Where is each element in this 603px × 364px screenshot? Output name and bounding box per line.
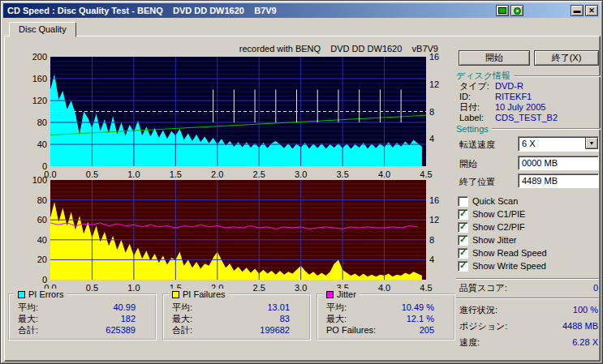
progress-row: 進行状況:100 % — [459, 305, 598, 315]
legend-row: 合計:625389 — [10, 324, 155, 336]
check-icon: ✓ — [459, 248, 467, 257]
check-icon: ✓ — [459, 209, 467, 218]
speed-row: 速度:6.28 X — [459, 337, 598, 347]
legend-row: 平均:10.49 % — [318, 302, 454, 313]
legend-pi-failures: PI Failures 平均:13.01 最大:83 合計:199682 — [162, 293, 311, 340]
legend-row: 合計:199682 — [164, 324, 309, 336]
titlebar[interactable]: CD Speed : Disc Quality Test - BENQ DVD … — [3, 3, 600, 18]
check-icon: ✓ — [459, 235, 467, 244]
disc-icon — [514, 7, 521, 15]
jitter-swatch — [326, 291, 334, 298]
checkbox-box[interactable]: ✓ — [458, 222, 468, 233]
checkbox-box[interactable]: ✓ — [458, 235, 468, 246]
pi-failures-chart: 0204060801004812160.00.51.01.52.02.53.03… — [5, 36, 456, 291]
main-panel: recorded with BENQ DVD DD DW1620 vB7V9 0… — [4, 36, 601, 362]
start-button[interactable]: 開始 — [459, 50, 530, 66]
checkbox-show-read-speed[interactable]: ✓ Show Read Speed — [458, 247, 547, 259]
pi-errors-swatch — [18, 291, 25, 298]
checkbox-box[interactable]: ✓ — [458, 261, 468, 272]
close-button[interactable]: ✕ — [585, 5, 598, 16]
checkbox-box[interactable] — [458, 196, 468, 207]
start-position-field[interactable]: 0000 MB — [518, 156, 599, 170]
legend-title: Jitter — [337, 289, 356, 300]
window-title: CD Speed : Disc Quality Test - BENQ DVD … — [3, 6, 277, 15]
legend-row: 最大:83 — [164, 313, 309, 324]
start-position-label: 開始 — [459, 159, 477, 169]
combo-dropdown-button[interactable]: ▼ — [585, 137, 598, 149]
legend-jitter: Jitter 平均:10.49 % 最大:12.1 % PO Failures:… — [317, 293, 455, 340]
exit-button[interactable]: 終了(X) — [534, 50, 599, 66]
legend-row: 最大:182 — [10, 313, 155, 324]
checkbox-show-write-speed[interactable]: ✓ Show Write Speed — [458, 260, 546, 272]
checkbox-show-c2-pif[interactable]: ✓ Show C2/PIF — [458, 221, 525, 233]
transfer-speed-select[interactable]: 6 X ▼ — [518, 136, 599, 152]
separator — [456, 298, 599, 299]
chevron-down-icon: ▼ — [589, 140, 595, 146]
pi-failures-swatch — [172, 291, 179, 298]
screenshot-button[interactable] — [496, 5, 509, 16]
save-disc-button[interactable] — [510, 5, 523, 16]
end-position-label: 終了位置 — [459, 177, 495, 186]
checkbox-show-jitter[interactable]: ✓ Show Jitter — [458, 234, 516, 246]
disc-type-row: タイプ:DVD-R — [459, 81, 599, 91]
quality-score-row: 品質スコア:0 — [459, 283, 598, 293]
legend-row: PO Failures:205 — [318, 324, 454, 336]
legend-row: 平均:40.99 — [10, 302, 155, 313]
legend-pi-errors: PI Errors 平均:40.99 最大:182 合計:625389 — [8, 293, 157, 340]
position-row: ポジション:4488 MB — [459, 321, 598, 331]
transfer-speed-label: 転送速度 — [459, 139, 495, 149]
legend-title: PI Failures — [183, 289, 226, 300]
close-icon: ✕ — [588, 7, 595, 15]
checkbox-show-c1-pie[interactable]: ✓ Show C1/PIE — [458, 208, 525, 220]
separator — [456, 278, 599, 280]
disc-label-row: Label:CDS_TEST_B2 — [459, 113, 599, 122]
monitor-icon — [498, 7, 506, 14]
check-icon: ✓ — [459, 222, 467, 231]
disc-id-row: ID:RITEKF1 — [459, 92, 599, 101]
legend-title: PI Errors — [28, 289, 63, 300]
checkbox-box[interactable]: ✓ — [458, 248, 468, 259]
legend-row: 最大:12.1 % — [318, 313, 454, 324]
legend-row: 平均:13.01 — [164, 302, 309, 313]
check-icon: ✓ — [459, 261, 467, 270]
minimize-icon: ▬ — [574, 7, 581, 15]
transfer-speed-value: 6 X — [522, 137, 585, 151]
checkbox-box[interactable]: ✓ — [458, 209, 468, 220]
minimize-button[interactable]: ▬ — [571, 5, 584, 16]
tab-disc-quality[interactable]: Disc Quality — [9, 22, 76, 37]
app-window: CD Speed : Disc Quality Test - BENQ DVD … — [0, 0, 603, 364]
checkbox-quick-scan[interactable]: Quick Scan — [458, 195, 518, 207]
disc-date-row: 日付:10 July 2005 — [459, 102, 599, 112]
disc-info-header: ディスク情報 — [456, 70, 601, 82]
end-position-field[interactable]: 4489 MB — [518, 173, 599, 188]
settings-header: Settings — [456, 124, 601, 134]
